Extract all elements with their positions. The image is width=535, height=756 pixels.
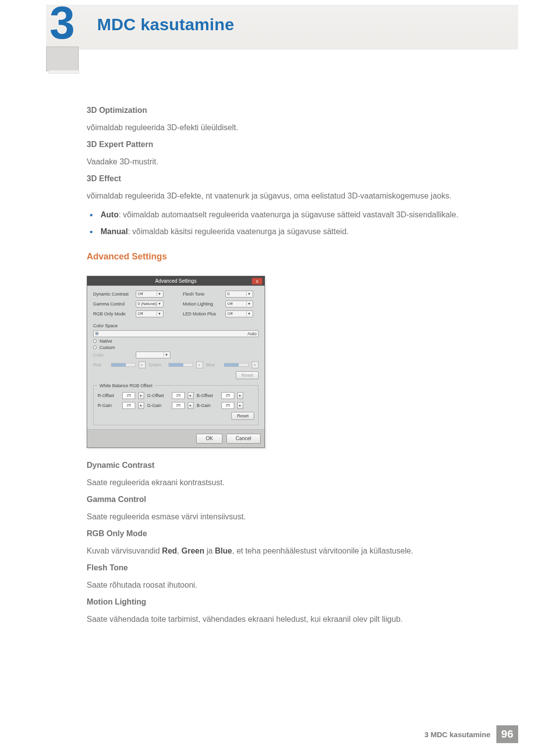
ok-button[interactable]: OK xyxy=(196,434,222,444)
label-gamma-control: Gamma Control xyxy=(93,302,133,306)
text-gamma-control: Saate reguleerida esmase värvi intensiiv… xyxy=(87,511,498,522)
value-motion-lighting: Off xyxy=(227,302,233,306)
select-rgb-only[interactable]: Off ▾ xyxy=(136,310,163,317)
value-led-motion-plus: Off xyxy=(227,311,233,316)
chapter-title: MDC kasutamine xyxy=(97,15,234,34)
input-b-gain[interactable]: 25 xyxy=(221,402,234,409)
slider-red xyxy=(111,363,136,367)
bullet-manual-label: Manual xyxy=(101,227,128,236)
select-flesh-tone[interactable]: 0 ▾ xyxy=(225,291,253,298)
radio-dot-icon xyxy=(93,339,97,343)
label-color: Color xyxy=(93,353,133,357)
rgb-red: Red xyxy=(162,547,177,555)
radio-label-auto: Auto xyxy=(247,331,257,336)
close-icon[interactable]: x xyxy=(252,278,263,285)
wb-reset-button[interactable]: Reset xyxy=(231,412,254,420)
spin-red: ▸ xyxy=(139,361,146,368)
effect-bullets: Auto: võimaldab automaatselt reguleerida… xyxy=(87,209,498,238)
slider-blue xyxy=(224,363,249,367)
dialog-title: Advanced Settings xyxy=(155,278,196,284)
rgb-and: ja xyxy=(204,547,214,555)
bullet-manual: Manual: võimaldab käsitsi reguleerida va… xyxy=(87,226,498,238)
rgb-green: Green xyxy=(181,547,204,555)
row-color-reset: Reset xyxy=(93,371,259,379)
bullet-auto-label: Auto xyxy=(101,210,118,219)
label-dynamic-contrast: Dynamic Contrast xyxy=(93,292,133,297)
label-motion-lighting: Motion Lighting xyxy=(183,302,222,306)
spin-green: ▸ xyxy=(196,361,203,368)
label-flesh-tone: Flesh Tone xyxy=(183,292,222,297)
group-white-balance: White Balance RGB Offset R-Offset 25 ▸ G… xyxy=(93,383,259,425)
label-g-offset: G-Offset xyxy=(147,393,169,398)
input-r-offset[interactable]: 25 xyxy=(122,392,135,399)
heading-3d-optimization: 3D Optimization xyxy=(87,106,498,115)
step-g-offset[interactable]: ▸ xyxy=(188,392,194,399)
cancel-button[interactable]: Cancel xyxy=(226,434,261,444)
chapter-graphic xyxy=(42,47,84,76)
text-motion-lighting: Saate vähendada toite tarbimist, vähenda… xyxy=(87,613,498,625)
heading-advanced-settings: Advanced Settings xyxy=(87,252,498,262)
chevron-down-icon: ▾ xyxy=(246,302,251,306)
label-rgb-only: RGB Only Mode xyxy=(93,311,133,316)
text-3d-effect: võimaldab reguleerida 3D-efekte, nt vaat… xyxy=(87,190,498,202)
slider-green xyxy=(168,363,193,367)
radio-dot-icon xyxy=(93,346,97,349)
row-color-sliders: Red ▸ Green ▸ Blue ▸ xyxy=(93,361,259,368)
text-3d-expert-pattern: Vaadake 3D-mustrit. xyxy=(87,156,498,167)
step-g-gain[interactable]: ▸ xyxy=(188,402,194,409)
step-r-gain[interactable]: ▸ xyxy=(138,402,144,409)
page-number: 96 xyxy=(496,725,518,743)
step-r-offset[interactable]: ▸ xyxy=(138,392,144,399)
radio-color-auto[interactable]: Auto xyxy=(93,330,259,337)
label-slider-red: Red xyxy=(93,362,108,367)
rgb-post: , et teha peenhäälestust värvitoonile ja… xyxy=(232,547,413,555)
group-color-space: Color Space xyxy=(93,323,259,328)
row-gamma-control: Gamma Control 0 (Natural) ▾ xyxy=(93,301,169,307)
bullet-auto-text: : võimaldab automaatselt reguleerida vaa… xyxy=(118,210,458,219)
radio-label-native: Native xyxy=(100,339,112,344)
radio-color-native[interactable]: Native xyxy=(93,339,259,344)
label-slider-blue: Blue xyxy=(206,362,221,367)
step-b-gain[interactable]: ▸ xyxy=(237,402,243,409)
text-flesh-tone: Saate rõhutada roosat ihutooni. xyxy=(87,579,498,591)
heading-gamma-control: Gamma Control xyxy=(87,495,498,504)
input-g-offset[interactable]: 25 xyxy=(172,392,185,399)
radio-dot-icon xyxy=(95,332,99,335)
text-3d-optimization: võimaldab reguleerida 3D-efekti üleüldis… xyxy=(87,122,498,133)
chevron-down-icon: ▾ xyxy=(157,292,161,296)
input-r-gain[interactable]: 25 xyxy=(122,402,135,409)
legend-white-balance: White Balance RGB Offset xyxy=(98,383,154,388)
row-rgb-only: RGB Only Mode Off ▾ xyxy=(93,310,169,317)
heading-3d-effect: 3D Effect xyxy=(87,174,498,183)
label-b-gain: B-Gain xyxy=(197,403,218,408)
heading-motion-lighting: Motion Lighting xyxy=(87,598,498,606)
step-b-offset[interactable]: ▸ xyxy=(237,392,243,399)
select-gamma-control[interactable]: 0 (Natural) ▾ xyxy=(136,301,163,307)
spin-blue: ▸ xyxy=(252,361,259,368)
chevron-down-icon: ▾ xyxy=(157,311,161,316)
chevron-down-icon: ▾ xyxy=(246,292,251,296)
select-dynamic-contrast[interactable]: Off ▾ xyxy=(136,291,163,298)
dialog-title-bar: Advanced Settings x xyxy=(87,276,265,286)
chevron-down-icon: ▾ xyxy=(157,302,161,306)
bullet-manual-text: : võimaldab käsitsi reguleerida vaatenur… xyxy=(128,227,349,236)
row-motion-lighting: Motion Lighting Off ▾ xyxy=(183,301,259,307)
select-led-motion-plus[interactable]: Off ▾ xyxy=(225,310,253,317)
select-motion-lighting[interactable]: Off ▾ xyxy=(225,301,253,307)
footer-text: 3 MDC kasutamine xyxy=(425,730,490,739)
heading-3d-expert-pattern: 3D Expert Pattern xyxy=(87,140,498,149)
radio-color-custom[interactable]: Custom xyxy=(93,345,259,350)
text-dynamic-contrast: Saate reguleerida ekraani kontrastsust. xyxy=(87,477,498,488)
advanced-settings-dialog: Advanced Settings x Dynamic Contrast Off… xyxy=(87,276,265,448)
radio-label-custom: Custom xyxy=(100,345,115,350)
label-slider-green: Green xyxy=(149,362,165,367)
chevron-down-icon: ▾ xyxy=(163,353,168,357)
row-color-select: Color ▾ xyxy=(93,352,259,358)
heading-dynamic-contrast: Dynamic Contrast xyxy=(87,461,498,470)
row-led-motion-plus: LED Motion Plus Off ▾ xyxy=(183,310,259,317)
chevron-down-icon: ▾ xyxy=(246,311,251,316)
input-b-offset[interactable]: 25 xyxy=(221,392,234,399)
value-dynamic-contrast: Off xyxy=(138,292,143,296)
label-led-motion-plus: LED Motion Plus xyxy=(183,311,222,316)
input-g-gain[interactable]: 25 xyxy=(172,402,185,409)
